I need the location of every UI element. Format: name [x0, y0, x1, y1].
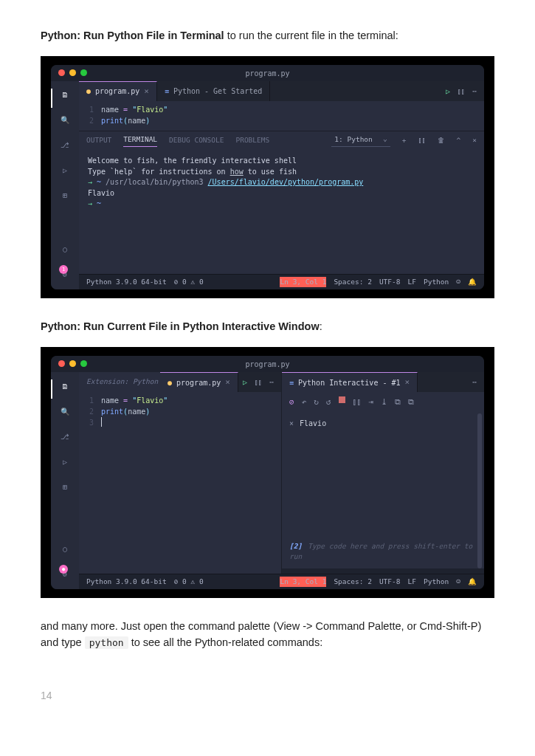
- outro-paragraph: and many more. Just open the command pal…: [41, 619, 494, 651]
- feedback-icon[interactable]: ☺: [456, 577, 460, 587]
- intro-paragraph-1: Python: Run Python File in Terminal to r…: [41, 28, 494, 44]
- term-line: Type `help` for instructions on how to u…: [88, 167, 475, 178]
- extensions-icon[interactable]: ⊞: [58, 189, 72, 202]
- search-icon[interactable]: 🔍: [58, 114, 72, 127]
- more-icon[interactable]: ⋯: [472, 86, 477, 97]
- run-icon[interactable]: ▷: [243, 377, 247, 388]
- output-value: Flavio: [300, 419, 326, 427]
- expand-icon[interactable]: ⫿⫿: [353, 396, 362, 409]
- code-editor[interactable]: 1 name = "Flavio" 2 print(name): [79, 101, 484, 131]
- zoom-dot[interactable]: [80, 69, 87, 76]
- more-icon[interactable]: ⋯: [472, 377, 477, 388]
- panel-tab-problems[interactable]: PROBLEMS: [235, 135, 269, 145]
- tab-close-icon[interactable]: ×: [225, 377, 230, 389]
- tab-interactive[interactable]: ≡ Python Interactive - #1 ×: [282, 372, 418, 392]
- cell-index: [2]: [289, 542, 308, 550]
- status-python-env[interactable]: Python 3.9.0 64-bit: [86, 577, 167, 587]
- status-encoding[interactable]: UTF-8: [379, 277, 401, 287]
- feedback-icon[interactable]: ☺: [456, 277, 460, 287]
- variables-icon[interactable]: ⇥: [369, 396, 374, 409]
- clear-icon[interactable]: ⊘: [289, 396, 294, 409]
- extensions-icon[interactable]: ⊞: [58, 480, 72, 493]
- new-terminal-icon[interactable]: +: [402, 135, 407, 145]
- explorer-icon[interactable]: 🗎: [58, 89, 72, 102]
- editor-tabs-right: ≡ Python Interactive - #1 × ⋯: [282, 372, 484, 392]
- panel-tab-output[interactable]: OUTPUT: [86, 135, 111, 145]
- maximize-panel-icon[interactable]: ^: [457, 135, 461, 145]
- close-panel-icon[interactable]: ×: [472, 135, 477, 145]
- terminal-selector[interactable]: 1: Python: [331, 134, 390, 146]
- close-dot[interactable]: [58, 69, 65, 76]
- tab-program-py[interactable]: ● program.py ×: [79, 81, 157, 101]
- status-python-env[interactable]: Python 3.9.0 64-bit: [86, 277, 167, 287]
- title-bar: program.py: [51, 65, 484, 81]
- source-control-icon[interactable]: ⎇: [58, 430, 72, 443]
- inline-code-python: python: [85, 636, 128, 649]
- status-errors[interactable]: ⊘ 0 ⚠ 0: [174, 577, 204, 587]
- rerun-icon[interactable]: ↺: [326, 396, 331, 409]
- tab-python-get-started[interactable]: ≡ Python - Get Started: [157, 81, 270, 101]
- close-dot[interactable]: [58, 360, 65, 367]
- panel-tab-terminal[interactable]: TERMINAL: [123, 134, 157, 147]
- code-line-2: 2 print(name): [79, 115, 484, 126]
- export-icon[interactable]: ⧉: [395, 396, 401, 409]
- search-icon[interactable]: 🔍: [58, 405, 72, 418]
- zoom-dot[interactable]: [80, 360, 87, 367]
- split-editor-icon[interactable]: ⫿⫿: [458, 86, 465, 97]
- tab-program-py[interactable]: ● program.py ×: [160, 372, 238, 392]
- tab-close-icon[interactable]: ×: [405, 377, 410, 389]
- status-spaces[interactable]: Spaces: 2: [334, 577, 371, 587]
- code-editor-left[interactable]: 1 name = "Flavio" 2 print(name) 3: [79, 392, 281, 574]
- status-bar: Python 3.9.0 64-bit ⊘ 0 ⚠ 0 Ln 3, Col 1 …: [79, 574, 484, 589]
- tab-extension-python[interactable]: Extension: Python: [79, 372, 160, 392]
- term-line: → ~ /usr/local/bin/python3 /Users/flavio…: [88, 177, 475, 188]
- status-lang[interactable]: Python: [424, 577, 449, 587]
- title-bar: program.py: [51, 356, 484, 372]
- save-icon[interactable]: ⤓: [381, 396, 387, 409]
- line-number: 1: [79, 104, 101, 115]
- scrollbar[interactable]: [477, 413, 482, 568]
- traffic-lights: [58, 360, 87, 367]
- run-icon[interactable]: ▷: [446, 86, 450, 97]
- minimize-dot[interactable]: [69, 360, 76, 367]
- status-ln-col[interactable]: Ln 3, Col 1: [280, 577, 326, 587]
- split-terminal-icon[interactable]: ⫿⫿: [418, 135, 426, 145]
- interactive-body[interactable]: ×Flavio [2]Type code here and press shif…: [282, 413, 484, 568]
- intro-paragraph-2: Python: Run Current File in Python Inter…: [41, 319, 494, 335]
- status-ln-col[interactable]: Ln 3, Col 1: [280, 277, 326, 287]
- panel-tab-debug[interactable]: DEBUG CONSOLE: [169, 135, 224, 145]
- terminal-body[interactable]: Welcome to fish, the friendly interactiv…: [79, 150, 484, 274]
- line-number: 1: [79, 395, 101, 406]
- explorer-icon[interactable]: 🗎: [58, 379, 72, 393]
- status-encoding[interactable]: UTF-8: [379, 577, 401, 587]
- tab-close-icon[interactable]: ×: [144, 86, 149, 98]
- panel-header: OUTPUT TERMINAL DEBUG CONSOLE PROBLEMS 1…: [79, 131, 484, 150]
- dirty-indicator-icon: ●: [168, 377, 172, 388]
- more-icon[interactable]: ⋯: [269, 377, 274, 388]
- kill-terminal-icon[interactable]: 🗑: [438, 135, 445, 145]
- status-errors[interactable]: ⊘ 0 ⚠ 0: [174, 277, 204, 287]
- status-eol[interactable]: LF: [407, 577, 415, 587]
- status-spaces[interactable]: Spaces: 2: [334, 277, 371, 287]
- minimize-dot[interactable]: [69, 69, 76, 76]
- bell-icon[interactable]: 🔔: [468, 277, 477, 287]
- account-icon[interactable]: ◯: [58, 242, 72, 255]
- split-editor-icon[interactable]: ⫿⫿: [255, 377, 262, 388]
- line-number: 3: [79, 417, 101, 428]
- tab-label: Python - Get Started: [173, 86, 262, 97]
- bell-icon[interactable]: 🔔: [468, 577, 477, 587]
- restart-icon[interactable]: ↶: [302, 396, 307, 409]
- copy-icon[interactable]: ⧉: [408, 396, 414, 409]
- status-eol[interactable]: LF: [407, 277, 415, 287]
- cell-delete-icon[interactable]: ×: [289, 419, 300, 427]
- line-number: 2: [79, 115, 101, 126]
- source-control-icon[interactable]: ⎇: [58, 139, 72, 152]
- stop-icon[interactable]: [339, 396, 345, 403]
- account-icon[interactable]: ◯: [58, 542, 72, 555]
- status-lang[interactable]: Python: [424, 277, 449, 287]
- cmd-name-2: Python: Run Current File in Python Inter…: [41, 320, 320, 332]
- interrupt-icon[interactable]: ↻: [314, 396, 319, 409]
- tab-label: program.py: [95, 86, 139, 97]
- run-debug-icon[interactable]: ▷: [58, 164, 72, 177]
- run-debug-icon[interactable]: ▷: [58, 455, 72, 468]
